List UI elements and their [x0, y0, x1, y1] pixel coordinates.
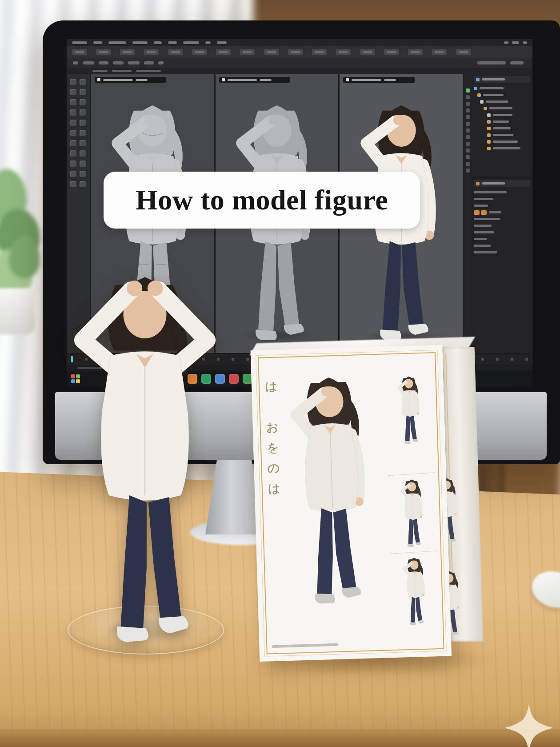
outliner-item: [487, 125, 530, 132]
material-swatches: [474, 210, 487, 215]
strip-icon: [466, 135, 470, 139]
viewport-mode-icon: [222, 78, 225, 81]
object-label: [486, 100, 508, 103]
toolbar-button: [216, 49, 231, 55]
timeline-tick: [525, 358, 528, 361]
box-photo-small-2: [391, 477, 434, 548]
right-panels: [471, 74, 532, 353]
viewport-mode-icon: [97, 78, 100, 81]
tool-icon: [70, 140, 76, 146]
tool-row: [70, 89, 86, 95]
box-main-photo: [272, 362, 392, 613]
toolbar-button: [96, 49, 111, 55]
object-label: [483, 94, 504, 96]
tool-option: [158, 61, 164, 64]
tool-icon: [80, 109, 86, 116]
object-label: [493, 134, 513, 136]
object-type-icon: [477, 93, 481, 97]
tool-option: [128, 61, 140, 64]
strip-icon: [466, 155, 470, 159]
tool-row: [70, 150, 86, 157]
object-label: [493, 141, 518, 143]
tool-row: [70, 140, 86, 146]
menu-item: [132, 41, 148, 44]
timeline-tick: [232, 358, 234, 361]
toolbar-button: [456, 49, 471, 55]
tool-icon: [80, 171, 86, 177]
object-type-icon: [487, 127, 491, 130]
menu-item: [108, 41, 126, 44]
tool-icon: [80, 130, 86, 136]
tool-icon: [70, 99, 76, 105]
outliner-icon: [476, 78, 480, 81]
tool-icon: [70, 109, 76, 116]
material-swatch: [474, 210, 480, 215]
status-row: [67, 68, 532, 74]
tool-row: [70, 109, 86, 116]
menu-item: [154, 41, 162, 44]
tool-option: [73, 61, 78, 64]
strip-icon: [466, 102, 470, 106]
property-label: [474, 198, 493, 200]
object-type-icon: [474, 87, 477, 90]
strip-icon: [466, 115, 470, 119]
strip-icon: [466, 162, 470, 166]
toolbar-button: [264, 49, 279, 55]
tool-icon: [70, 130, 76, 136]
tool-icon: [80, 150, 86, 157]
strip-icon: [466, 169, 470, 173]
property-label: [474, 205, 488, 207]
tool-icon: [80, 120, 86, 126]
tool-icon: [70, 161, 76, 167]
tool-icon: [70, 120, 76, 126]
toolbar-button: [240, 49, 255, 55]
property-row: [474, 249, 530, 256]
menu-item: [168, 41, 177, 44]
menu-item: [93, 41, 102, 44]
properties-icon: [476, 182, 480, 185]
properties-panel: [471, 178, 532, 353]
object-type-icon: [487, 113, 491, 117]
desk-front-edge: [0, 731, 560, 747]
strip-icon: [466, 142, 470, 146]
property-label: [474, 191, 507, 193]
object-label: [493, 114, 512, 116]
outliner-panel: [471, 74, 532, 178]
outliner-item: [487, 112, 530, 118]
timeline-tick: [246, 358, 249, 361]
toolbar-button: [432, 49, 447, 55]
property-row: [474, 202, 530, 209]
property-row: [474, 242, 530, 249]
toolbar-button: [72, 49, 87, 55]
right-icon-strip: [464, 74, 471, 353]
page-title: How to model figure: [136, 184, 388, 217]
material-swatch: [481, 210, 487, 215]
toolbar-button: [192, 49, 207, 55]
strip-icon: [466, 129, 470, 133]
property-label: [474, 218, 500, 220]
property-label: [489, 211, 501, 213]
property-label: [474, 238, 487, 240]
tool-option: [144, 61, 154, 64]
viewport-header: [219, 77, 290, 83]
window-control: [523, 41, 527, 44]
tool-icon: [70, 171, 76, 177]
property-row: [474, 209, 530, 216]
object-label: [489, 107, 512, 109]
property-row: [474, 229, 530, 236]
tool-icon: [80, 161, 86, 167]
status-item: [92, 70, 108, 72]
tool-row: [70, 161, 86, 167]
annotate-icon: [466, 88, 470, 92]
outliner-item: [477, 92, 530, 98]
toolbar-button: [336, 49, 351, 55]
tool-option: [99, 61, 108, 64]
outliner-item: [487, 132, 530, 138]
title-overlay: How to model figure: [104, 172, 420, 229]
outliner-item: [487, 118, 530, 125]
box-photo-small-1: [388, 374, 431, 445]
window-control: [512, 41, 519, 44]
object-label: [493, 127, 511, 129]
viewport-header: [95, 77, 166, 83]
object-type-icon: [484, 107, 487, 110]
